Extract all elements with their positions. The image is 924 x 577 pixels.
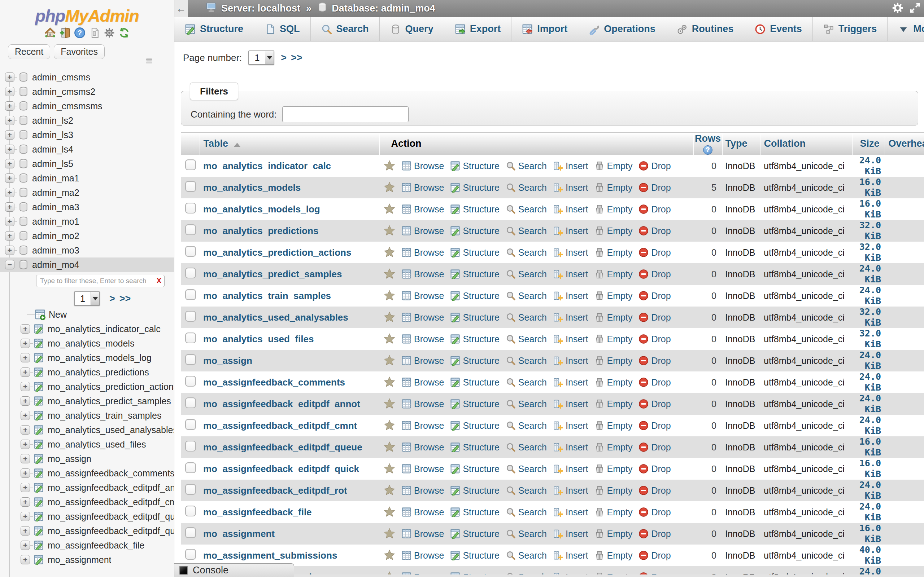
row-checkbox[interactable] [185, 549, 196, 560]
collapse-panel-button[interactable]: ← [174, 0, 188, 17]
next-page-link[interactable]: > [281, 52, 287, 63]
empty-action[interactable]: Empty [594, 269, 633, 279]
breadcrumb-server-link[interactable]: Server: localhost [221, 3, 300, 14]
table-name-link[interactable]: mo_assignment [203, 528, 275, 539]
sidebar-table-item[interactable]: mo_assignfeedback_editpdf_annot [0, 480, 174, 495]
drop-action[interactable]: Drop [638, 464, 670, 474]
sidebar-table-item[interactable]: mo_analytics_prediction_actions [0, 379, 174, 394]
insert-action[interactable]: Insert [553, 161, 588, 171]
expand-icon[interactable] [5, 174, 15, 183]
sidebar-table-item[interactable]: mo_analytics_models_log [0, 351, 174, 365]
sidebar-table-item[interactable]: mo_analytics_used_files [0, 437, 174, 451]
favorite-star-icon[interactable] [384, 442, 395, 453]
drop-action[interactable]: Drop [638, 399, 670, 409]
browse-action[interactable]: Browse [401, 269, 444, 279]
row-checkbox[interactable] [185, 527, 196, 538]
browse-action[interactable]: Browse [401, 291, 444, 301]
expand-icon[interactable] [5, 159, 15, 168]
row-checkbox[interactable] [185, 224, 196, 235]
insert-action[interactable]: Insert [553, 247, 588, 258]
drop-action[interactable]: Drop [638, 269, 670, 279]
tab-more[interactable]: More [888, 17, 924, 41]
drop-action[interactable]: Drop [638, 247, 670, 258]
sidebar-table-item[interactable]: mo_analytics_used_analysables [0, 423, 174, 437]
table-name-link[interactable]: mo_assign [203, 355, 252, 366]
row-checkbox[interactable] [185, 462, 196, 473]
row-checkbox[interactable] [185, 506, 196, 516]
table-name-link[interactable]: mo_assignfeedback_comments [203, 377, 345, 388]
drop-action[interactable]: Drop [638, 226, 670, 236]
console-bar[interactable]: Console [174, 563, 294, 577]
sidebar-table-item[interactable]: mo_assign [0, 451, 174, 466]
table-name-link[interactable]: mo_assignment_submissions [203, 550, 337, 561]
search-action[interactable]: Search [506, 377, 547, 388]
sidebar-db-item[interactable]: admin_mo3 [0, 243, 174, 258]
insert-action[interactable]: Insert [553, 204, 588, 214]
table-name-link[interactable]: mo_analytics_models [203, 182, 300, 193]
filter-clear-button[interactable]: X [157, 277, 162, 285]
empty-action[interactable]: Empty [594, 529, 633, 539]
refresh-icon[interactable] [118, 27, 130, 39]
table-name-link[interactable]: mo_assignfeedback_editpdf_annot [203, 398, 360, 409]
row-checkbox[interactable] [185, 268, 196, 279]
expand-icon[interactable] [5, 231, 15, 240]
expand-icon[interactable] [21, 541, 30, 550]
sidebar-db-item[interactable]: admin_cmsmsms [0, 99, 174, 113]
row-size[interactable]: 24.0KiB [852, 480, 885, 501]
browse-action[interactable]: Browse [401, 507, 444, 517]
table-name-link[interactable]: mo_assignfeedback_editpdf_quick [203, 463, 359, 474]
browse-action[interactable]: Browse [401, 399, 444, 409]
insert-action[interactable]: Insert [553, 312, 588, 323]
favorite-star-icon[interactable] [384, 398, 395, 410]
new-table-item[interactable]: New [27, 307, 174, 322]
favorite-star-icon[interactable] [384, 377, 395, 388]
sidebar-table-item[interactable]: mo_analytics_predict_samples [0, 394, 174, 408]
row-size[interactable]: 24.0KiB [852, 350, 885, 371]
drop-action[interactable]: Drop [638, 312, 670, 323]
row-size[interactable]: 24.0KiB [852, 393, 885, 415]
sidebar-db-item[interactable]: admin_ls3 [0, 128, 174, 142]
empty-action[interactable]: Empty [594, 182, 633, 193]
empty-action[interactable]: Empty [594, 507, 633, 517]
expand-icon[interactable] [21, 382, 30, 391]
sidebar-table-item[interactable]: mo_assignfeedback_editpdf_cmnt [0, 495, 174, 509]
empty-action[interactable]: Empty [594, 161, 633, 171]
expand-icon[interactable] [21, 425, 30, 435]
browse-action[interactable]: Browse [401, 204, 444, 214]
row-checkbox[interactable] [185, 332, 196, 343]
favorite-star-icon[interactable] [384, 268, 395, 280]
browse-action[interactable]: Browse [401, 464, 444, 474]
insert-action[interactable]: Insert [553, 334, 588, 344]
sidebar-table-item[interactable]: mo_analytics_models [0, 336, 174, 351]
expand-icon[interactable] [21, 483, 30, 492]
drop-action[interactable]: Drop [638, 356, 670, 366]
table-name-link[interactable]: mo_assignfeedback_file [203, 507, 312, 517]
row-checkbox[interactable] [185, 354, 196, 365]
drop-action[interactable]: Drop [638, 334, 670, 344]
sidebar-db-item-selected[interactable]: admin_mo4 [0, 258, 174, 272]
browse-action[interactable]: Browse [401, 226, 444, 236]
row-size[interactable]: 16.0KiB [852, 436, 885, 458]
favorite-star-icon[interactable] [384, 485, 395, 496]
insert-action[interactable]: Insert [553, 377, 588, 388]
drop-action[interactable]: Drop [638, 507, 670, 517]
favorite-star-icon[interactable] [384, 333, 395, 345]
sidebar-table-item[interactable]: mo_assignfeedback_file [0, 538, 174, 553]
table-name-link[interactable]: mo_analytics_used_analysables [203, 312, 348, 323]
structure-action[interactable]: Structure [450, 356, 499, 366]
table-name-link[interactable]: mo_assignfeedback_editpdf_rot [203, 485, 347, 496]
tree-next-page-link[interactable]: > [109, 293, 115, 305]
sidebar-table-item[interactable]: mo_assignment [0, 553, 174, 567]
tab-operations[interactable]: Operations [578, 17, 666, 41]
row-size[interactable]: 32.0KiB [852, 328, 885, 350]
empty-action[interactable]: Empty [594, 464, 633, 474]
search-action[interactable]: Search [506, 247, 547, 258]
size-header[interactable]: Size [852, 133, 885, 155]
empty-action[interactable]: Empty [594, 399, 633, 409]
search-action[interactable]: Search [506, 507, 547, 517]
sidebar-db-item[interactable]: admin_ma1 [0, 171, 174, 185]
drop-action[interactable]: Drop [638, 161, 670, 171]
row-checkbox[interactable] [185, 203, 196, 213]
row-checkbox[interactable] [185, 484, 196, 495]
collapse-icon[interactable] [5, 260, 15, 269]
